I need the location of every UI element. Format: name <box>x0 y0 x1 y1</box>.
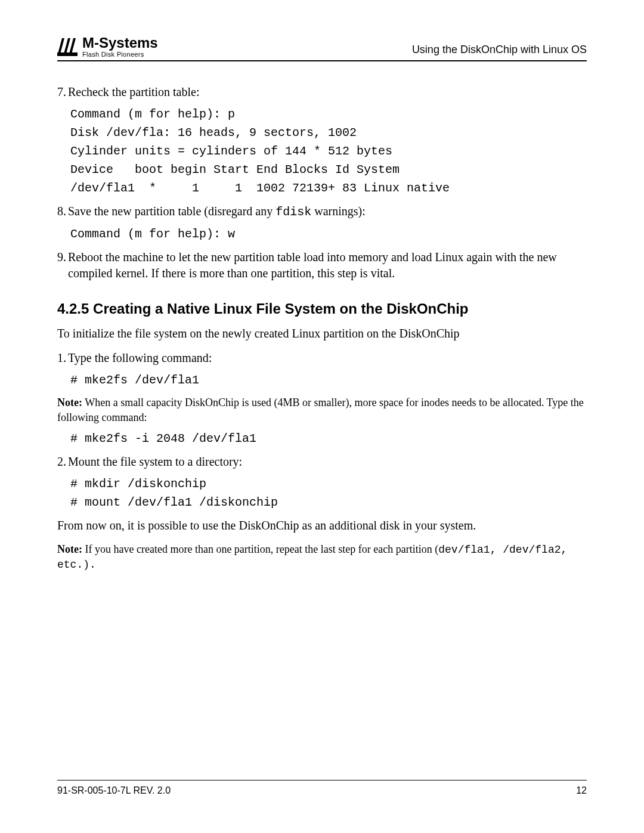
footer-page-number: 12 <box>576 784 587 797</box>
step-number: 1. <box>57 350 68 366</box>
inline-code: fdisk <box>275 205 311 219</box>
code-block: Command (m for help): p Disk /dev/fla: 1… <box>70 105 587 197</box>
step-7: 7.Recheck the partition table: <box>57 84 587 100</box>
note-label: Note: <box>57 397 82 408</box>
section-step-2: 2.Mount the file system to a directory: <box>57 454 587 470</box>
note: Note: When a small capacity DiskOnChip i… <box>57 395 587 425</box>
note: Note: If you have created more than one … <box>57 542 587 572</box>
code-block: # mke2fs /dev/fla1 <box>70 371 587 389</box>
section-intro: To initialize the file system on the new… <box>57 326 587 342</box>
doc-title: Using the DiskOnChip with Linux OS <box>412 42 587 58</box>
page-footer: 91-SR-005-10-7L REV. 2.0 12 <box>57 780 587 797</box>
page: M-Systems Flash Disk Pioneers Using the … <box>0 0 644 833</box>
step-text: Recheck the partition table: <box>68 85 199 98</box>
note-label: Note: <box>57 543 82 555</box>
logo-icon <box>57 38 78 56</box>
logo: M-Systems Flash Disk Pioneers <box>57 36 158 58</box>
logo-tagline: Flash Disk Pioneers <box>82 51 158 58</box>
page-header: M-Systems Flash Disk Pioneers Using the … <box>57 36 587 61</box>
step-9: 9.Reboot the machine to let the new part… <box>57 249 587 281</box>
code-block: # mkdir /diskonchip # mount /dev/fla1 /d… <box>70 475 587 512</box>
svg-rect-4 <box>57 52 78 56</box>
step-number: 7. <box>57 84 68 100</box>
note-text-before: If you have created more than one partit… <box>82 543 438 555</box>
logo-text: M-Systems Flash Disk Pioneers <box>82 36 158 58</box>
section-number: 4.2.5 <box>57 301 89 317</box>
section-title: Creating a Native Linux File System on t… <box>93 301 468 317</box>
step-number: 9. <box>57 249 68 265</box>
step-text: Type the following command: <box>68 351 212 364</box>
section-heading: 4.2.5 Creating a Native Linux File Syste… <box>57 299 587 318</box>
note-text: When a small capacity DiskOnChip is used… <box>57 397 584 423</box>
step-text: Mount the file system to a directory: <box>68 455 242 468</box>
step-8: 8.Save the new partition table (disregar… <box>57 203 587 220</box>
step-number: 2. <box>57 454 68 470</box>
step-text-before: Save the new partition table (disregard … <box>68 205 275 218</box>
step-number: 8. <box>57 203 68 219</box>
section-step-1: 1.Type the following command: <box>57 350 587 366</box>
logo-main: M-Systems <box>82 36 158 50</box>
code-block: # mke2fs -i 2048 /dev/fla1 <box>70 429 587 448</box>
step-text-after: warnings): <box>311 205 366 218</box>
closing-text: From now on, it is possible to use the D… <box>57 518 587 534</box>
code-block: Command (m for help): w <box>70 225 587 243</box>
footer-doc-id: 91-SR-005-10-7L REV. 2.0 <box>57 784 171 797</box>
step-text: Reboot the machine to let the new partit… <box>68 249 569 281</box>
